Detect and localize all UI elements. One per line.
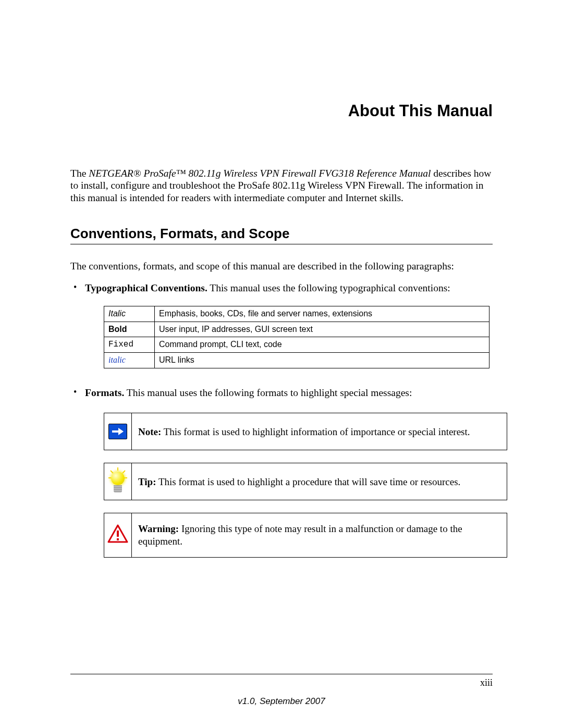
document-page: About This Manual The NETGEAR® ProSafe™ … <box>0 0 563 558</box>
intro-product-name: NETGEAR® ProSafe™ 802.11g Wireless VPN F… <box>89 168 431 179</box>
page-number: xiii <box>480 677 493 688</box>
tip-label: Tip: <box>138 476 156 487</box>
typo-style-fixed: Fixed <box>104 337 155 353</box>
typo-desc: Emphasis, books, CDs, file and server na… <box>155 306 489 322</box>
typo-desc: URL links <box>155 353 489 368</box>
note-callout: Note: This format is used to highlight i… <box>104 413 507 450</box>
tip-icon-cell <box>104 463 132 500</box>
table-row: Bold User input, IP addresses, GUI scree… <box>104 322 489 337</box>
bullet-formats-label: Formats. <box>85 387 124 398</box>
bullet-typo-text: This manual uses the following typograph… <box>207 282 450 293</box>
table-row: Italic Emphasis, books, CDs, file and se… <box>104 306 489 322</box>
version-footer: v1.0, September 2007 <box>0 696 563 707</box>
typo-style-bold: Bold <box>104 322 155 337</box>
typo-desc: Command prompt, CLI text, code <box>155 337 489 353</box>
bullet-formats-text: This manual uses the following formats t… <box>124 387 412 398</box>
tip-body: This format is used to highlight a proce… <box>156 476 461 487</box>
bullet-formats: Formats. This manual uses the following … <box>70 386 493 558</box>
warning-icon-cell <box>104 513 132 557</box>
note-icon-cell <box>104 413 132 450</box>
typo-style-italic: Italic <box>104 306 155 322</box>
bullet-list: Typographical Conventions. This manual u… <box>70 281 493 558</box>
typo-desc: User input, IP addresses, GUI screen tex… <box>155 322 489 337</box>
svg-line-2 <box>123 471 125 473</box>
typographical-table: Italic Emphasis, books, CDs, file and se… <box>104 306 489 368</box>
typo-style-link: italic <box>104 353 155 368</box>
warning-text: Warning: Ignoring this type of note may … <box>132 513 507 557</box>
warning-callout: Warning: Ignoring this type of note may … <box>104 513 507 558</box>
warning-label: Warning: <box>138 523 179 534</box>
warning-body: Ignoring this type of note may result in… <box>138 523 462 547</box>
note-body: This format is used to highlight informa… <box>161 426 470 437</box>
intro-paragraph: The NETGEAR® ProSafe™ 802.11g Wireless V… <box>70 167 493 204</box>
arrow-right-icon <box>108 424 127 439</box>
section-heading: Conventions, Formats, and Scope <box>70 226 493 244</box>
svg-rect-6 <box>117 538 119 540</box>
chapter-title: About This Manual <box>70 102 493 120</box>
intro-prefix: The <box>70 168 89 179</box>
section-lead: The conventions, formats, and scope of t… <box>70 260 493 273</box>
tip-text: Tip: This format is used to highlight a … <box>132 463 507 500</box>
warning-triangle-icon <box>107 524 128 546</box>
table-row: italic URL links <box>104 353 489 368</box>
bullet-typographical: Typographical Conventions. This manual u… <box>70 281 493 369</box>
footer-rule <box>70 674 493 674</box>
table-row: Fixed Command prompt, CLI text, code <box>104 337 489 353</box>
bullet-typo-label: Typographical Conventions. <box>85 282 207 293</box>
note-label: Note: <box>138 426 161 437</box>
tip-callout: Tip: This format is used to highlight a … <box>104 463 507 500</box>
svg-rect-5 <box>117 530 119 537</box>
note-text: Note: This format is used to highlight i… <box>132 413 507 450</box>
lightbulb-icon <box>107 467 128 496</box>
